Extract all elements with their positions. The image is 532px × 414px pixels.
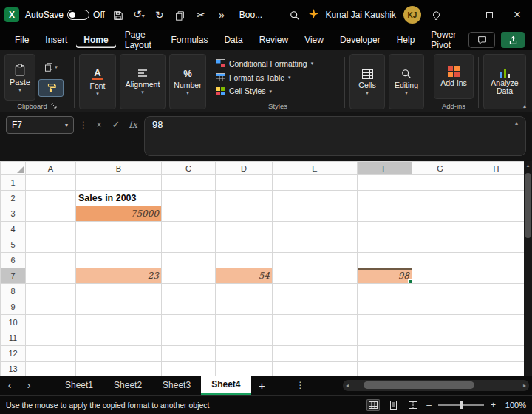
cell-F9[interactable] <box>358 299 412 315</box>
editing-group-button[interactable]: Editing ▾ <box>389 54 424 109</box>
prev-sheet-icon[interactable]: ‹ <box>0 376 19 395</box>
format-as-table-button[interactable]: Format as Table ▾ <box>216 73 340 82</box>
cell-F6[interactable] <box>358 253 412 268</box>
cell-G1[interactable] <box>412 175 468 191</box>
cell-G7[interactable] <box>412 268 468 284</box>
cell-E6[interactable] <box>273 253 358 268</box>
cell-B12[interactable] <box>76 346 162 362</box>
cell-B13[interactable] <box>76 362 162 376</box>
cell-G13[interactable] <box>412 362 468 376</box>
cell-A2[interactable] <box>26 191 76 206</box>
cell-E10[interactable] <box>273 315 358 330</box>
comments-button[interactable] <box>468 32 495 48</box>
cell-H5[interactable] <box>468 237 525 253</box>
cell-C2[interactable] <box>162 191 216 206</box>
cell-D12[interactable] <box>216 346 273 362</box>
cell-B8[interactable] <box>76 284 162 299</box>
user-name[interactable]: Kunal Jai Kaushik <box>326 10 396 20</box>
row-header-4[interactable]: 4 <box>1 222 26 237</box>
save-icon[interactable] <box>111 7 126 22</box>
page-break-preview-button[interactable] <box>406 399 420 411</box>
tab-home[interactable]: Home <box>76 32 115 48</box>
cell-B7[interactable]: 23 <box>76 268 162 284</box>
tab-developer[interactable]: Developer <box>332 32 388 48</box>
row-header-12[interactable]: 12 <box>1 346 26 362</box>
sheet-tab-sheet3[interactable]: Sheet3 <box>152 376 201 395</box>
cell-styles-button[interactable]: Cell Styles ▾ <box>216 86 340 95</box>
cell-D8[interactable] <box>216 284 273 299</box>
cell-D13[interactable] <box>216 362 273 376</box>
redo-icon[interactable]: ↻ <box>152 7 167 22</box>
sheet-tab-sheet4[interactable]: Sheet4 <box>201 376 250 395</box>
row-header-9[interactable]: 9 <box>1 299 26 315</box>
cell-E3[interactable] <box>273 206 358 222</box>
cell-C9[interactable] <box>162 299 216 315</box>
cell-F10[interactable] <box>358 315 412 330</box>
cell-G6[interactable] <box>412 253 468 268</box>
vertical-scrollbar[interactable]: ▴ <box>524 161 532 376</box>
cell-A3[interactable] <box>26 206 76 222</box>
font-group-button[interactable]: A Font ▾ <box>79 54 116 109</box>
cell-D2[interactable] <box>216 191 273 206</box>
cell-A8[interactable] <box>26 284 76 299</box>
autosave-toggle[interactable] <box>67 10 89 20</box>
cell-D5[interactable] <box>216 237 273 253</box>
cell-D1[interactable] <box>216 175 273 191</box>
cell-A12[interactable] <box>26 346 76 362</box>
cell-C7[interactable] <box>162 268 216 284</box>
user-avatar[interactable]: KJ <box>403 6 421 24</box>
close-button[interactable]: × <box>507 7 528 22</box>
cell-D3[interactable] <box>216 206 273 222</box>
clipboard-dialog-launcher-icon[interactable] <box>51 103 57 109</box>
cell-F3[interactable] <box>358 206 412 222</box>
cell-E9[interactable] <box>273 299 358 315</box>
scroll-right-icon[interactable]: ▸ <box>523 382 526 389</box>
cell-H10[interactable] <box>468 315 525 330</box>
cell-G9[interactable] <box>412 299 468 315</box>
cell-A6[interactable] <box>26 253 76 268</box>
row-header-13[interactable]: 13 <box>1 362 26 376</box>
cell-F13[interactable] <box>358 362 412 376</box>
tab-help[interactable]: Help <box>389 32 423 48</box>
cell-E11[interactable] <box>273 330 358 346</box>
horizontal-scrollbar-thumb[interactable] <box>364 381 474 389</box>
row-header-6[interactable]: 6 <box>1 253 26 268</box>
cell-H8[interactable] <box>468 284 525 299</box>
cell-B6[interactable] <box>76 253 162 268</box>
normal-view-button[interactable] <box>366 399 380 411</box>
row-header-3[interactable]: 3 <box>1 206 26 222</box>
cell-H7[interactable] <box>468 268 525 284</box>
cell-F8[interactable] <box>358 284 412 299</box>
cell-A13[interactable] <box>26 362 76 376</box>
cell-D7[interactable]: 54 <box>216 268 273 284</box>
column-header-G[interactable]: G <box>412 162 468 175</box>
cell-E2[interactable] <box>273 191 358 206</box>
formula-input[interactable]: 98 ▴ <box>144 116 526 156</box>
zoom-slider-thumb[interactable] <box>460 401 463 409</box>
column-header-C[interactable]: C <box>162 162 216 175</box>
cell-E1[interactable] <box>273 175 358 191</box>
row-header-10[interactable]: 10 <box>1 315 26 330</box>
cell-B5[interactable] <box>76 237 162 253</box>
tab-file[interactable]: File <box>7 32 36 48</box>
zoom-in-button[interactable]: + <box>491 400 496 410</box>
cell-A10[interactable] <box>26 315 76 330</box>
cell-C8[interactable] <box>162 284 216 299</box>
tab-insert[interactable]: Insert <box>38 32 75 48</box>
cell-H2[interactable] <box>468 191 525 206</box>
page-layout-view-button[interactable] <box>386 399 400 411</box>
cell-G8[interactable] <box>412 284 468 299</box>
cell-B9[interactable] <box>76 299 162 315</box>
cell-E13[interactable] <box>273 362 358 376</box>
cell-B4[interactable] <box>76 222 162 237</box>
sheet-tab-sheet2[interactable]: Sheet2 <box>103 376 152 395</box>
excel-logo-icon[interactable]: X <box>4 7 19 22</box>
column-header-A[interactable]: A <box>26 162 76 175</box>
name-box[interactable]: F7 ▾ <box>6 116 74 134</box>
cell-C10[interactable] <box>162 315 216 330</box>
cell-B2[interactable]: Sales in 2003 <box>76 191 162 206</box>
conditional-formatting-button[interactable]: Conditional Formatting ▾ <box>216 59 340 68</box>
cell-D10[interactable] <box>216 315 273 330</box>
format-painter-button[interactable] <box>38 79 64 97</box>
column-header-E[interactable]: E <box>273 162 358 175</box>
